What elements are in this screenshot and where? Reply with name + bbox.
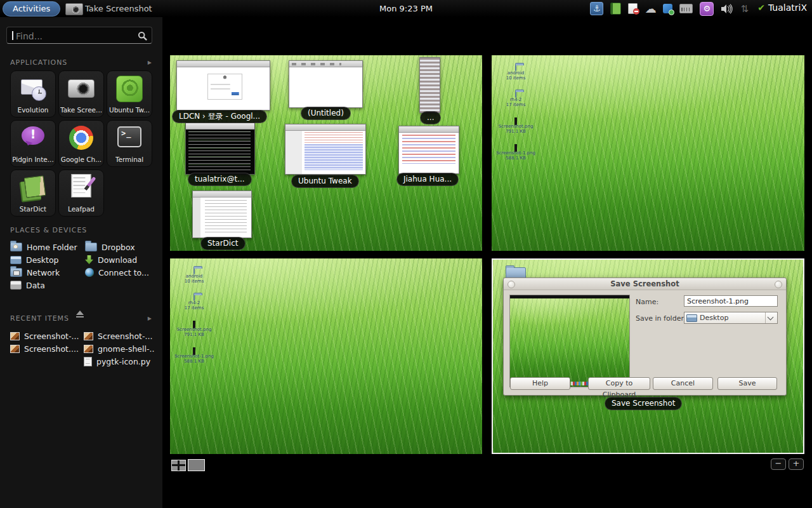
search-icon (138, 31, 147, 41)
window-stardict[interactable] (192, 190, 252, 238)
network-folder-icon (10, 268, 22, 277)
recent-label: Screenshot-... (24, 331, 79, 341)
pidgin-icon: ! (22, 126, 44, 145)
grid-view-toggle-icon[interactable] (171, 460, 186, 471)
workspace-controls: − + (771, 458, 804, 470)
activities-button[interactable]: Activities (3, 1, 60, 17)
folder-dropdown[interactable]: Desktop (684, 312, 778, 324)
place-connect-to[interactable]: Connect to... (85, 266, 155, 279)
volume-icon[interactable] (721, 4, 733, 14)
recent-item[interactable]: pygtk-icon.py (84, 355, 155, 368)
place-dropbox[interactable]: Dropbox (85, 241, 155, 253)
status-busy-icon[interactable] (628, 3, 638, 14)
recent-item[interactable]: Screenshot-... (10, 330, 84, 342)
terminal-glyph: >_ (121, 129, 131, 138)
place-label: Network (27, 268, 60, 277)
app-terminal[interactable]: >_Terminal (107, 120, 152, 167)
applications-title: APPLICATIONS (10, 58, 67, 67)
desktop-icon-sub: 588.1 KB (495, 156, 536, 161)
window-browser[interactable] (176, 60, 270, 110)
window-title-pill: StarDict (200, 237, 246, 250)
app-google-chrome[interactable]: Google Ch... (58, 120, 104, 167)
recent-header: RECENT ITEMS ▶ (10, 314, 152, 323)
recent-item[interactable]: gnome-shell-... (84, 342, 155, 355)
desktop-icon-image: Screenshot.png791.1 KB (174, 322, 214, 337)
app-take-screenshot[interactable]: Take Scree... (58, 70, 104, 117)
window-chat[interactable] (398, 126, 459, 174)
place-label: Download (98, 255, 137, 265)
desktop-icon-label: android (174, 274, 214, 279)
app-ubuntu-tweak[interactable]: Ubuntu Tw... (107, 70, 152, 117)
place-label: Desktop (26, 255, 59, 265)
cloud-icon[interactable]: ☁ (645, 2, 656, 15)
user-menu[interactable]: ✔ TualatriX (757, 3, 807, 13)
desktop-icon-image: Screenshot-1.png588.1 KB (495, 145, 536, 161)
place-home-folder[interactable]: Home Folder (10, 241, 85, 253)
recent-item[interactable]: Screenshot.... (10, 342, 84, 355)
window-terminal[interactable] (185, 123, 255, 175)
app-label: Leafpad (68, 205, 95, 213)
name-label: Name: (636, 298, 658, 306)
search-box[interactable] (6, 27, 152, 44)
anchor-icon[interactable]: ⚓ (590, 2, 603, 15)
place-label: Connect to... (98, 268, 149, 277)
top-bar: Activities Take Screenshot Mon 9:23 PM ⚓… (0, 0, 812, 17)
titlebar-button-right[interactable] (775, 281, 782, 288)
input-method-icon[interactable] (679, 4, 693, 13)
recent-label: pygtk-icon.py (96, 357, 150, 366)
recent-item[interactable]: Screenshot-... (84, 330, 155, 342)
network-updown-icon[interactable]: ⇅ (740, 3, 749, 15)
desktop-icon-sub: 17 items (495, 102, 536, 107)
folder-icon (515, 91, 516, 98)
stardict-tray-icon[interactable] (610, 3, 621, 15)
leafpad-icon (72, 174, 91, 197)
workspace-3[interactable]: android10 items rh4-217 items Screenshot… (170, 258, 482, 454)
window-ubuntu-tweak[interactable] (285, 124, 366, 175)
recent-label: Screenshot-... (98, 331, 152, 341)
remove-workspace-button[interactable]: − (771, 458, 786, 470)
app-evolution[interactable]: Evolution (10, 70, 56, 117)
folder-icon (193, 295, 195, 301)
window-title-pill: tualatrix@t... (188, 173, 252, 186)
places-list: Home Folder Dropbox Desktop Download Net… (10, 241, 155, 291)
chevron-right-icon[interactable]: ▶ (148, 60, 152, 65)
image-file-icon (84, 345, 93, 353)
search-input[interactable] (15, 29, 134, 43)
workspace-2[interactable]: android10 items rh4-217 items Screenshot… (492, 55, 804, 251)
clock[interactable]: Mon 9:23 PM (379, 4, 433, 13)
copy-to-clipboard-button[interactable]: Copy to Clipboard (588, 377, 650, 390)
cancel-button[interactable]: Cancel (653, 377, 713, 390)
window-untitled[interactable] (289, 60, 363, 108)
filename-input[interactable] (684, 295, 778, 307)
save-screenshot-dialog[interactable]: Save Screenshot Name: Save in folder: De… (503, 277, 787, 396)
add-workspace-button[interactable]: + (789, 458, 804, 470)
titlebar-button-left[interactable] (508, 281, 515, 288)
app-label: Evolution (18, 106, 49, 114)
app-menu-title[interactable]: Take Screenshot (85, 4, 152, 13)
workspace-4-active[interactable]: Save Screenshot Name: Save in folder: De… (492, 258, 804, 454)
place-network[interactable]: Network (10, 266, 85, 279)
arrows-glyph: ⇅ (740, 3, 749, 15)
place-download[interactable]: Download (85, 253, 155, 266)
place-desktop[interactable]: Desktop (10, 253, 85, 266)
desktop-icon-label: rh4-2 (495, 97, 536, 102)
single-view-toggle-icon[interactable] (188, 459, 205, 471)
desktop-icon-sub: 10 items (174, 279, 214, 284)
help-button[interactable]: Help (510, 377, 570, 390)
app-pidgin[interactable]: !Pidgin Inte... (10, 120, 56, 167)
save-button[interactable]: Save (717, 377, 777, 390)
folder-icon (686, 314, 697, 322)
globe-icon (85, 268, 94, 277)
window-buddy-list[interactable] (419, 57, 440, 113)
overview-view-toggles (171, 459, 205, 471)
desktop-icon-folder: rh4-217 items (174, 295, 214, 311)
app-leafpad[interactable]: Leafpad (58, 170, 104, 217)
workspace-1[interactable]: LDCN › 登录 - Googl... (Untitled) ... tual… (170, 55, 482, 251)
ubuntu-tweak-icon (116, 76, 143, 102)
dropbox-icon[interactable] (663, 4, 672, 13)
app-stardict[interactable]: StarDict (10, 170, 56, 217)
tweak-gear-icon[interactable]: ⚙ (700, 2, 714, 16)
chevron-right-icon[interactable]: ▶ (148, 316, 152, 321)
desktop-icon-label: rh4-2 (174, 300, 214, 305)
place-data-drive[interactable]: Data (10, 279, 85, 291)
